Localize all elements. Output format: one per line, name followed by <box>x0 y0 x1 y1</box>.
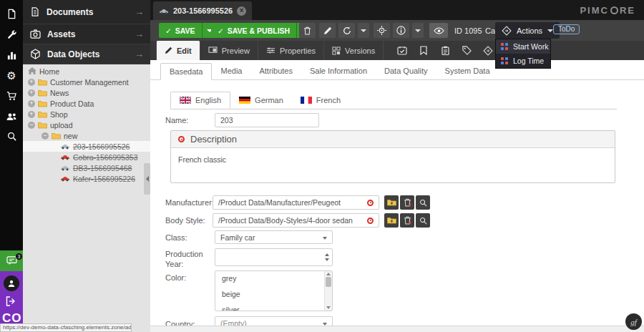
browser-extension-badge[interactable]: gf <box>625 313 642 330</box>
pimcore-logo: PIMCRE <box>580 5 635 16</box>
tree-item-car-db3[interactable]: DB3-1566995468 <box>23 162 150 173</box>
workflow-transition-icon <box>501 57 508 64</box>
tree-item-product-data[interactable]: + Product Data <box>23 98 150 109</box>
tree-item-new[interactable]: − new <box>23 130 150 141</box>
tab-attributes[interactable]: Attributes <box>250 63 301 80</box>
tree-item-upload[interactable]: − upload <box>23 119 150 130</box>
tab-edit[interactable]: Edit <box>156 41 200 60</box>
tree-item-car-kafer[interactable]: Kafer-1566995226 <box>23 173 150 184</box>
description-editor[interactable]: French classic <box>171 148 615 171</box>
list-scrollbar[interactable] <box>324 271 332 311</box>
body-style-href-input[interactable]: /Product Data/Body-Styles/4-door sedan <box>213 213 379 228</box>
german-flag-icon <box>239 97 250 104</box>
tab-data-quality[interactable]: Data Quality <box>376 63 436 80</box>
color-multiselect[interactable]: grey beige silver <box>215 270 333 311</box>
bookmark-button[interactable] <box>415 41 432 60</box>
accordion-assets[interactable]: Assets → <box>23 24 150 44</box>
tags-button[interactable] <box>458 41 475 60</box>
manufacturer-href-input[interactable]: /Product Data/Manufacturer/Peugeot <box>213 195 379 210</box>
accordion-documents[interactable]: Documents → <box>23 0 150 24</box>
tab-system-data[interactable]: System Data <box>436 63 499 80</box>
car-icon-silver <box>60 143 70 150</box>
save-button[interactable]: ✓SAVE <box>159 23 217 38</box>
open-preview-eye-button[interactable] <box>429 23 448 38</box>
class-select[interactable]: Family car <box>215 230 333 244</box>
expand-plus-icon[interactable]: + <box>28 100 35 107</box>
accordion-data-objects[interactable]: Data Objects → <box>23 44 150 64</box>
production-year-label: Production Year: <box>165 249 210 270</box>
tree-item-customer-management[interactable]: + Customer Management <box>23 77 150 87</box>
expand-plus-icon[interactable]: + <box>28 89 35 97</box>
tree-item-news[interactable]: + News <box>23 87 150 98</box>
actions-button[interactable]: Actions <box>495 22 560 39</box>
folder-icon <box>38 111 47 118</box>
settings-gear-icon[interactable]: ⚙ <box>0 67 23 85</box>
app-icon-strip: ⚙ 3 CO <box>0 0 23 332</box>
rename-button[interactable] <box>319 23 336 38</box>
save-publish-button[interactable]: ✓SAVE & PUBLISH <box>211 23 311 38</box>
close-tab-icon[interactable]: × <box>237 6 246 16</box>
body-style-search-button[interactable] <box>416 213 430 228</box>
color-option-silver[interactable]: silver <box>215 303 332 311</box>
tab-title: 203-1566995526 <box>173 6 233 15</box>
pimcore-admin-window: ⚙ 3 CO Documents → <box>0 0 644 332</box>
collapse-minus-icon[interactable]: − <box>28 122 35 129</box>
reload-dropdown-caret[interactable] <box>358 23 369 38</box>
open-object-tab[interactable]: 203-1566995526 × <box>153 1 252 20</box>
avatar[interactable] <box>4 275 19 291</box>
documents-nav-icon[interactable] <box>0 4 23 23</box>
schedule-button[interactable] <box>394 41 411 60</box>
info-button[interactable] <box>393 23 409 38</box>
tab-lang-german[interactable]: German <box>230 92 292 109</box>
color-option-grey[interactable]: grey <box>215 271 332 287</box>
expand-plus-icon[interactable]: + <box>28 111 35 118</box>
body-style-clear-button[interactable] <box>400 213 414 228</box>
menu-item-log-time[interactable]: Log Time <box>496 54 550 68</box>
manufacturer-open-button[interactable] <box>384 195 399 210</box>
manufacturer-search-button[interactable] <box>416 195 430 210</box>
tag-icon <box>462 46 472 55</box>
notes-events-button[interactable] <box>436 41 454 60</box>
tools-wrench-icon[interactable] <box>0 25 23 44</box>
locate-in-tree-button[interactable] <box>374 23 390 38</box>
logout-icon[interactable] <box>5 296 17 307</box>
workflow-button[interactable] <box>479 41 497 60</box>
tab-lang-english[interactable]: English <box>170 92 230 109</box>
spinner-arrows[interactable] <box>325 253 329 261</box>
car-icon-red <box>60 154 70 160</box>
bookmark-icon <box>420 46 427 55</box>
tab-media[interactable]: Media <box>212 63 250 80</box>
menu-item-start-work[interactable]: Start Work <box>496 39 550 54</box>
edit-mode-tab-bar: Edit Preview Properties Versions <box>150 41 644 60</box>
status-url-tooltip: https://dev-demo-data-cfasching.elements… <box>0 323 132 332</box>
name-input[interactable]: 203 <box>215 113 319 127</box>
reload-button[interactable] <box>338 23 355 38</box>
folder-icon <box>38 100 47 107</box>
production-year-spinner[interactable] <box>215 248 333 266</box>
users-icon[interactable] <box>0 107 23 126</box>
expand-plus-icon[interactable]: + <box>28 79 35 86</box>
info-dropdown-caret[interactable] <box>412 23 424 38</box>
color-option-beige[interactable]: beige <box>215 287 332 303</box>
panel-collapse-handle[interactable] <box>144 163 150 195</box>
tab-sale-information[interactable]: Sale Information <box>301 63 376 80</box>
collapse-minus-icon[interactable]: − <box>42 132 49 140</box>
tab-preview[interactable]: Preview <box>200 41 258 60</box>
tree-item-home[interactable]: Home <box>23 66 150 77</box>
delete-button[interactable] <box>299 23 316 38</box>
ecommerce-cart-icon[interactable] <box>0 87 23 105</box>
notifications-chat-button[interactable]: 3 <box>0 250 23 271</box>
tree-item-shop[interactable]: + Shop <box>23 109 150 119</box>
tab-lang-french[interactable]: French <box>292 92 349 109</box>
tree-item-car-cobra[interactable]: Cobra-1566995353 <box>23 152 150 162</box>
actions-caret <box>547 29 553 32</box>
tab-versions[interactable]: Versions <box>324 41 384 60</box>
tab-properties[interactable]: Properties <box>258 41 324 60</box>
tab-basedata[interactable]: Basedata <box>160 63 212 80</box>
reports-chart-icon[interactable] <box>0 46 23 64</box>
manufacturer-clear-button[interactable] <box>400 195 414 210</box>
body-style-open-button[interactable] <box>384 213 399 228</box>
info-icon <box>396 26 406 35</box>
search-icon[interactable] <box>0 127 23 145</box>
tree-item-car-203[interactable]: 203-1566995526 <box>23 141 150 152</box>
